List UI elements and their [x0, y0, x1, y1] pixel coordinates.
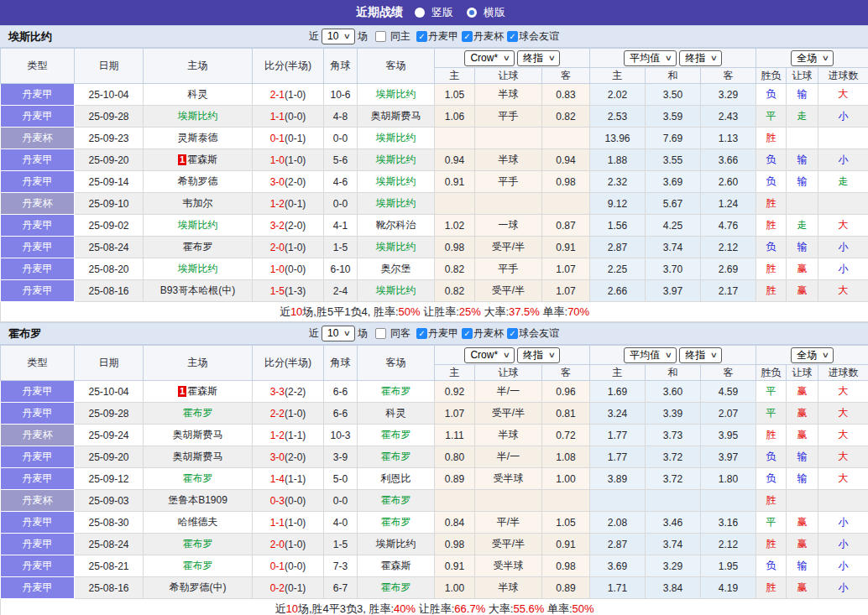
fulltime-score: 2-2: [270, 408, 285, 420]
date-cell: 25-10-04: [75, 381, 144, 403]
result-goals-cell: [818, 128, 868, 149]
handicap-line-cell: 平手: [475, 171, 542, 193]
same-venue-checkbox[interactable]: [375, 328, 386, 339]
summary-text: 近: [280, 305, 290, 318]
away-team-name: 霍布罗: [381, 516, 411, 528]
avg-draw-odds-cell: 3.73: [646, 425, 701, 446]
handicap-away-odds-cell: 0.94: [542, 149, 590, 171]
away-team-cell: 奥尔堡: [358, 258, 435, 280]
corner-cell: 0-0: [324, 490, 358, 512]
away-team-cell: 靴尔科治: [358, 215, 435, 237]
result-handicap-cell: 输: [787, 237, 818, 258]
home-team-name: 霍布罗: [183, 241, 213, 253]
bookmaker-select[interactable]: Crow*∨: [464, 347, 514, 363]
full-match-select[interactable]: 全场∨: [791, 50, 834, 66]
halftime-score: (0-0): [285, 495, 306, 507]
result-goals-cell: 大: [818, 280, 868, 302]
handicap-away-odds-cell: 0.98: [542, 171, 590, 193]
league-filter-checkbox[interactable]: ✓: [507, 328, 518, 339]
handicap-group-header: Crow*∨ 终指∨: [435, 49, 590, 68]
corner-cell: 4-8: [324, 106, 358, 128]
avg-home-odds-cell: 2.87: [590, 237, 646, 258]
score-cell: 1-4(1-1): [253, 468, 324, 490]
near-label: 近: [309, 29, 319, 44]
fulltime-score: 3-0: [270, 176, 285, 188]
vertical-layout-radio[interactable]: [415, 8, 425, 18]
away-team-cell: 埃斯比约: [358, 84, 435, 106]
handicap-away-odds-cell: 0.72: [542, 425, 590, 446]
match-row: 丹麦甲25-10-04科灵2-1(1-0)10-6埃斯比约1.05半球0.832…: [1, 84, 868, 106]
date-cell: 25-08-16: [75, 577, 144, 599]
horizontal-layout-radio[interactable]: [467, 8, 477, 18]
away-team-cell: 奥胡斯费马: [358, 106, 435, 128]
chevron-down-icon: ∨: [822, 349, 829, 361]
avg-away-odds-cell: 2.43: [701, 106, 756, 128]
avg-away-odds-cell: 1.95: [701, 555, 756, 577]
halftime-score: (1-0): [285, 89, 306, 101]
league-type-cell: 丹麦杯: [1, 128, 75, 149]
final-odds-select[interactable]: 终指∨: [679, 347, 722, 363]
result-goals-cell: 大: [818, 381, 868, 403]
same-venue-checkbox[interactable]: [375, 31, 386, 42]
fulltime-score: 2-1: [270, 89, 285, 101]
final-odds-select[interactable]: 终指∨: [517, 50, 560, 66]
handicap-away-odds-cell: 0.82: [542, 106, 590, 128]
summary-stat-value: 10: [290, 305, 302, 318]
final-odds-select[interactable]: 终指∨: [517, 347, 560, 363]
handicap-line-cell: 半球: [475, 425, 542, 446]
result-handicap-cell: 输: [787, 84, 818, 106]
result-goals-cell: 大: [818, 446, 868, 468]
result-handicap-cell: 赢: [787, 534, 818, 555]
bookmaker-select[interactable]: Crow*∨: [464, 50, 514, 66]
league-type-cell: 丹麦甲: [1, 280, 75, 302]
league-filter-checkbox[interactable]: ✓: [462, 31, 473, 42]
result-wdl-cell: 负: [756, 555, 787, 577]
result-goals-cell: 大: [818, 468, 868, 490]
league-filter-checkbox[interactable]: ✓: [507, 31, 518, 42]
avg-home-odds-cell: 2.32: [590, 171, 646, 193]
halftime-score: (0-0): [285, 263, 306, 275]
handicap-line-cell: 受平/半: [475, 280, 542, 302]
handicap-away-odds-cell: 1.05: [542, 512, 590, 534]
col-score: 比分(半场): [253, 49, 324, 84]
match-count-select[interactable]: 10∨: [322, 29, 355, 44]
handicap-home-odds-cell: 1.00: [435, 577, 475, 599]
horizontal-layout-label[interactable]: 横版: [484, 5, 505, 20]
league-filter-checkbox[interactable]: ✓: [416, 31, 427, 42]
final-odds-select[interactable]: 终指∨: [679, 50, 722, 66]
home-team-cell: 灵斯泰德: [144, 128, 253, 149]
league-filter-checkbox[interactable]: ✓: [462, 328, 473, 339]
average-select[interactable]: 平均值∨: [624, 50, 677, 66]
vertical-layout-label[interactable]: 竖版: [431, 5, 453, 20]
result-handicap-cell: [787, 128, 818, 149]
home-team-name: 堡鲁本B1909: [168, 494, 227, 506]
handicap-home-odds-cell: 0.82: [435, 258, 475, 280]
col-result-wdl: 胜负: [756, 68, 787, 84]
full-match-select[interactable]: 全场∨: [791, 347, 834, 363]
score-cell: 3-0(2-0): [253, 171, 324, 193]
halftime-score: (1-0): [285, 539, 306, 550]
average-group-header: 平均值∨ 终指∨: [590, 346, 756, 365]
league-filter-checkbox[interactable]: ✓: [416, 328, 427, 339]
home-team-name: 霍布罗: [183, 407, 213, 419]
result-goals-cell: 小: [818, 237, 868, 258]
match-count-select[interactable]: 10∨: [322, 326, 355, 341]
home-team-name: 灵斯泰德: [178, 132, 218, 143]
same-venue-label: 同客: [390, 326, 410, 341]
halftime-score: (2-0): [285, 451, 306, 463]
fulltime-score: 0-1: [270, 560, 285, 572]
away-team-name: 埃斯比约: [376, 154, 416, 165]
score-cell: 0-3(0-0): [253, 490, 324, 512]
fulltime-score: 3-0: [270, 451, 285, 463]
avg-draw-odds-cell: 3.70: [646, 258, 701, 280]
home-team-cell: 堡鲁本B1909: [144, 490, 253, 512]
result-goals-cell: 大: [818, 84, 868, 106]
average-select[interactable]: 平均值∨: [624, 347, 677, 363]
avg-away-odds-cell: 2.12: [701, 237, 756, 258]
near-label: 近: [309, 326, 319, 341]
handicap-home-odds-cell: 0.94: [435, 149, 475, 171]
home-team-name: 哈维德夫: [178, 516, 218, 528]
match-row: 丹麦杯25-09-23灵斯泰德0-1(0-1)0-0埃斯比约13.967.691…: [1, 128, 868, 149]
away-team-name: 埃斯比约: [376, 241, 416, 253]
score-cell: 0-1(0-0): [253, 555, 324, 577]
